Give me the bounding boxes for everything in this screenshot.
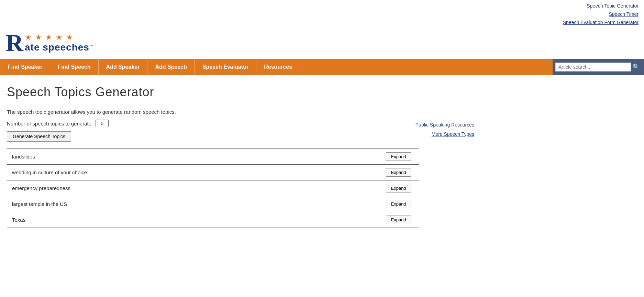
table-row: largest temple in the USExpand (7, 196, 419, 212)
nav-item-resources[interactable]: Resources (256, 59, 300, 75)
logo-tm: ™ (89, 44, 93, 48)
topic-cell: Texas (7, 212, 378, 228)
nav-item-find-speaker[interactable]: Find Speaker (0, 59, 50, 75)
page-title: Speech Topics Generator (7, 85, 474, 99)
expand-button[interactable]: Expand (386, 216, 411, 224)
side-link[interactable]: Public Speaking Resources (415, 120, 474, 130)
topic-cell: wedding in culture of your choice (7, 165, 378, 180)
logo-stars-text: ★ ★ ★ ★ ★ ate speeches™ (25, 33, 93, 53)
num-row: Number of speech topics to generate: (7, 120, 109, 127)
search-input[interactable] (555, 63, 631, 72)
nav-item-find-speech[interactable]: Find Speech (50, 59, 98, 75)
expand-button[interactable]: Expand (386, 184, 411, 192)
num-label: Number of speech topics to generate: (7, 121, 93, 126)
top-link[interactable]: Speech Evaluation Form Generator (5, 19, 639, 27)
expand-cell: Expand (378, 212, 419, 228)
expand-cell: Expand (378, 165, 419, 180)
navbar-items: Find SpeakerFind SpeechAdd SpeakerAdd Sp… (0, 59, 553, 75)
topic-cell: largest temple in the US (7, 196, 378, 212)
form-right: Public Speaking ResourcesMore Speech Typ… (415, 120, 474, 139)
table-row: wedding in culture of your choiceExpand (7, 165, 419, 180)
side-link[interactable]: More Speech Types (415, 130, 474, 139)
top-link[interactable]: Speech Topic Generator (5, 2, 639, 10)
expand-cell: Expand (378, 149, 419, 165)
top-links: Speech Topic GeneratorSpeech TimerSpeech… (0, 0, 644, 27)
logo-r: R (5, 31, 23, 55)
expand-button[interactable]: Expand (386, 200, 411, 208)
num-input[interactable] (96, 120, 109, 127)
topics-table: landslidesExpandwedding in culture of yo… (7, 148, 419, 228)
form-row: Number of speech topics to generate: Gen… (7, 120, 474, 142)
logo: R ★ ★ ★ ★ ★ ate speeches™ (5, 31, 93, 55)
expand-cell: Expand (378, 196, 419, 212)
table-row: TexasExpand (7, 212, 419, 228)
topic-cell: landslides (7, 149, 378, 165)
table-row: landslidesExpand (7, 149, 419, 165)
form-left: Number of speech topics to generate: Gen… (7, 120, 109, 142)
top-link[interactable]: Speech Timer (5, 10, 639, 19)
nav-item-add-speaker[interactable]: Add Speaker (99, 59, 148, 75)
description: The speech topic generator allows you to… (7, 109, 474, 115)
main-content: Speech Topics Generator The speech topic… (0, 75, 481, 235)
logo-text: ate speeches™ (25, 42, 93, 53)
expand-button[interactable]: Expand (386, 168, 411, 177)
header: R ★ ★ ★ ★ ★ ate speeches™ (0, 27, 644, 59)
logo-stars: ★ ★ ★ ★ ★ (25, 33, 93, 42)
search-area: 🔍 (553, 59, 644, 75)
topic-cell: emergency preparedness (7, 180, 378, 196)
nav-item-add-speech[interactable]: Add Speech (147, 59, 195, 75)
search-button[interactable]: 🔍 (631, 63, 641, 72)
expand-cell: Expand (378, 180, 419, 196)
generate-button[interactable]: Generate Speech Topics (7, 131, 71, 142)
expand-button[interactable]: Expand (386, 152, 411, 161)
table-row: emergency preparednessExpand (7, 180, 419, 196)
topics-tbody: landslidesExpandwedding in culture of yo… (7, 149, 419, 228)
navbar: Find SpeakerFind SpeechAdd SpeakerAdd Sp… (0, 59, 644, 75)
nav-item-speech-evaluator[interactable]: Speech Evaluator (195, 59, 256, 75)
